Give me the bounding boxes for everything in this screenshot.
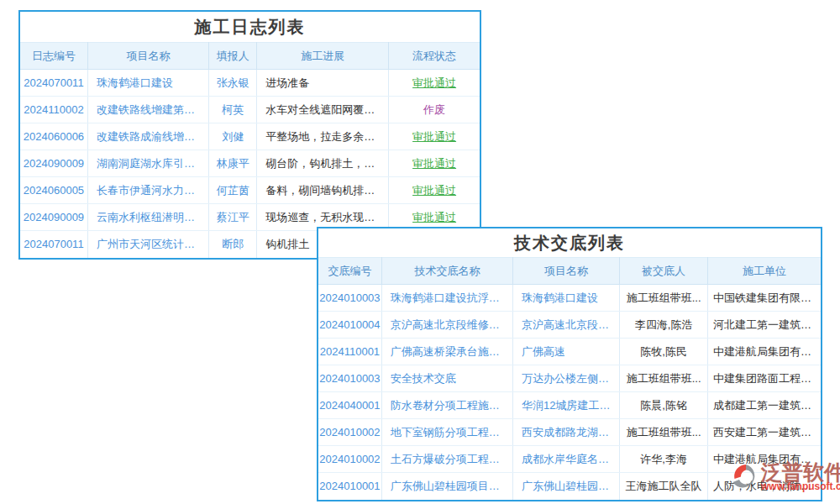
disclosure-table-row: 2024040001防水卷材分项工程施工技...华润12城房建工程...陈晨,陈… — [318, 392, 821, 419]
disclosure-id-link[interactable]: 2024010001 — [318, 473, 381, 500]
project-name-link[interactable]: 成都水岸华庭名苑... — [512, 446, 619, 473]
disclosure-id-link[interactable]: 2024010003 — [318, 285, 381, 312]
disclosure-table-row: 2024110001广佛高速桥梁承台施工技...广佛高速陈牧,陈民中建港航局集团… — [318, 339, 821, 365]
disclosure-table-row: 2024010004京沪高速北京段维修桩帽...京沪高速北京段维修李四海,陈浩河… — [318, 312, 821, 339]
status-badge[interactable]: 审批通过 — [389, 70, 480, 97]
disclosure-table-row: 2024010003安全技术交底万达办公楼左侧A...施工班组带班...中建集团… — [318, 365, 821, 392]
disclosure-name-link[interactable]: 地下室钢筋分项工程施工... — [381, 419, 512, 446]
log-table-row: 2024110002改建铁路线增建第二线直...柯英水车对全线遮阳网覆盖点进..… — [20, 97, 480, 123]
unit-text: 人防，水电，消防疏通 — [707, 473, 821, 500]
header-row: 日志编号项目名称填报人施工进展流程状态 — [20, 43, 480, 70]
progress-text: 备料，砌间墙钩机排土，瓦... — [257, 177, 389, 204]
log-table-row: 2024070011珠海鹤港口建设张永银进场准备审批通过 — [20, 70, 480, 97]
log-table-row: 2024060006改建铁路成渝线增建第二...刘健平整场地，拉走多余泥土15.… — [20, 123, 480, 150]
log-id-link[interactable]: 2024090009 — [20, 204, 87, 231]
log-column-header: 日志编号 — [20, 43, 87, 70]
unit-text: 成都建工第一建筑有... — [707, 392, 821, 419]
disclosure-id-link[interactable]: 2024110001 — [318, 339, 381, 365]
technical-disclosure-title: 技术交底列表 — [318, 228, 821, 257]
disclosure-column-header: 被交底人 — [620, 258, 708, 285]
technical-disclosure-body: 2024010003珠海鹤港口建设抗浮锚杆...珠海鹤港口建设施工班组带班...… — [318, 285, 821, 500]
reporter-link[interactable]: 蔡江平 — [209, 204, 257, 231]
disclosure-table-row: 2024010002土石方爆破分项工程施工...成都水岸华庭名苑...许华,李海… — [318, 446, 821, 473]
disclosure-column-header: 交底编号 — [318, 258, 381, 285]
disclosure-table-row: 2024010002地下室钢筋分项工程施工...西安成都路龙湖上...施工班组带… — [318, 419, 821, 446]
disclosure-column-header: 施工单位 — [707, 258, 821, 285]
receiver-text: 王海施工队全队 — [620, 473, 708, 500]
project-name-link[interactable]: 华润12城房建工程... — [512, 392, 619, 419]
unit-text: 中建港航局集团有限... — [707, 339, 821, 365]
log-id-link[interactable]: 2024060005 — [20, 177, 87, 204]
progress-text: 水车对全线遮阳网覆盖点进... — [257, 97, 389, 123]
reporter-link[interactable]: 林康平 — [209, 150, 257, 177]
project-name-link[interactable]: 湖南洞庭湖水库引水工程... — [87, 150, 208, 177]
project-name-link[interactable]: 珠海鹤港口建设 — [87, 70, 208, 97]
log-id-link[interactable]: 2024110002 — [20, 97, 87, 123]
progress-text: 平整场地，拉走多余泥土15... — [257, 123, 389, 150]
status-badge[interactable]: 审批通过 — [389, 177, 480, 204]
disclosure-id-link[interactable]: 2024010002 — [318, 419, 381, 446]
reporter-link[interactable]: 柯英 — [209, 97, 257, 123]
project-name-link[interactable]: 京沪高速北京段维修 — [512, 312, 619, 339]
log-table-row: 2024090009湖南洞庭湖水库引水工程...林康平砌台阶，钩机排土，二包砌.… — [20, 150, 480, 177]
log-table-row: 2024060005长春市伊通河水力发电厂...何芷茵备料，砌间墙钩机排土，瓦.… — [20, 177, 480, 204]
disclosure-name-link[interactable]: 防水卷材分项工程施工技... — [381, 392, 512, 419]
technical-disclosure-header: 交底编号技术交底名称项目名称被交底人施工单位 — [318, 258, 821, 285]
receiver-text: 施工班组带班... — [620, 365, 708, 392]
log-id-link[interactable]: 2024090009 — [20, 150, 87, 177]
project-name-link[interactable]: 西安成都路龙湖上... — [512, 419, 619, 446]
project-name-link[interactable]: 珠海鹤港口建设 — [512, 285, 619, 312]
log-column-header: 项目名称 — [87, 43, 208, 70]
reporter-link[interactable]: 何芷茵 — [209, 177, 257, 204]
reporter-link[interactable]: 刘健 — [209, 123, 257, 150]
project-name-link[interactable]: 万达办公楼左侧A... — [512, 365, 619, 392]
receiver-text: 施工班组带班... — [620, 419, 708, 446]
disclosure-id-link[interactable]: 2024010002 — [318, 446, 381, 473]
receiver-text: 陈晨,陈铭 — [620, 392, 708, 419]
status-badge[interactable]: 审批通过 — [389, 150, 480, 177]
disclosure-column-header: 项目名称 — [512, 258, 619, 285]
status-badge[interactable]: 审批通过 — [389, 123, 480, 150]
project-name-link[interactable]: 云南水利枢纽潜明水库一... — [87, 204, 208, 231]
disclosure-name-link[interactable]: 广东佛山碧桂园项目人防... — [381, 473, 512, 500]
project-name-link[interactable]: 改建铁路线增建第二线直... — [87, 97, 208, 123]
disclosure-name-link[interactable]: 广佛高速桥梁承台施工技... — [381, 339, 512, 365]
disclosure-column-header: 技术交底名称 — [381, 258, 512, 285]
disclosure-id-link[interactable]: 2024040001 — [318, 392, 381, 419]
project-name-link[interactable]: 长春市伊通河水力发电厂... — [87, 177, 208, 204]
technical-disclosure-table: 交底编号技术交底名称项目名称被交底人施工单位 2024010003珠海鹤港口建设… — [318, 257, 821, 500]
unit-text: 西安建工第一建筑有... — [707, 419, 821, 446]
progress-text: 进场准备 — [257, 70, 389, 97]
reporter-link[interactable]: 断郎 — [209, 231, 257, 258]
unit-text: 中建集团路面工程有... — [707, 365, 821, 392]
unit-text: 中建港航局集团有限... — [707, 446, 821, 473]
progress-text: 砌台阶，钩机排土，二包砌... — [257, 150, 389, 177]
log-id-link[interactable]: 2024060006 — [20, 123, 87, 150]
disclosure-name-link[interactable]: 土石方爆破分项工程施工... — [381, 446, 512, 473]
project-name-link[interactable]: 广州市天河区统计局机房... — [87, 231, 208, 258]
log-column-header: 施工进展 — [257, 43, 389, 70]
disclosure-name-link[interactable]: 京沪高速北京段维修桩帽... — [381, 312, 512, 339]
disclosure-id-link[interactable]: 2024010004 — [318, 312, 381, 339]
receiver-text: 施工班组带班... — [620, 285, 708, 312]
disclosure-name-link[interactable]: 珠海鹤港口建设抗浮锚杆... — [381, 285, 512, 312]
receiver-text: 李四海,陈浩 — [620, 312, 708, 339]
receiver-text: 陈牧,陈民 — [620, 339, 708, 365]
log-column-header: 填报人 — [209, 43, 257, 70]
disclosure-id-link[interactable]: 2024010003 — [318, 365, 381, 392]
header-row: 交底编号技术交底名称项目名称被交底人施工单位 — [318, 258, 821, 285]
project-name-link[interactable]: 改建铁路成渝线增建第二... — [87, 123, 208, 150]
project-name-link[interactable]: 广东佛山碧桂园项目 — [512, 473, 619, 500]
construction-log-header: 日志编号项目名称填报人施工进展流程状态 — [20, 43, 480, 70]
project-name-link[interactable]: 广佛高速 — [512, 339, 619, 365]
disclosure-name-link[interactable]: 安全技术交底 — [381, 365, 512, 392]
log-id-link[interactable]: 2024070011 — [20, 70, 87, 97]
unit-text: 河北建工第一建筑有... — [707, 312, 821, 339]
construction-log-table: 日志编号项目名称填报人施工进展流程状态 2024070011珠海鹤港口建设张永银… — [20, 42, 480, 258]
construction-log-panel: 施工日志列表 日志编号项目名称填报人施工进展流程状态 2024070011珠海鹤… — [18, 10, 481, 260]
reporter-link[interactable]: 张永银 — [209, 70, 257, 97]
log-id-link[interactable]: 2024070011 — [20, 231, 87, 258]
technical-disclosure-panel: 技术交底列表 交底编号技术交底名称项目名称被交底人施工单位 2024010003… — [317, 227, 822, 501]
construction-log-title: 施工日志列表 — [20, 12, 480, 42]
app-screen: 施工日志列表 日志编号项目名称填报人施工进展流程状态 2024070011珠海鹤… — [0, 0, 840, 504]
